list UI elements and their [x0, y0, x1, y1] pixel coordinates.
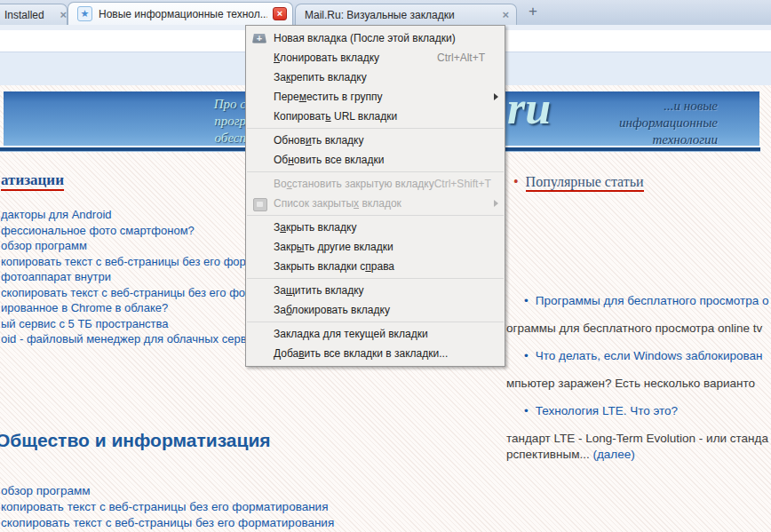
- closed-tabs-icon: [250, 196, 269, 211]
- tab-active-main[interactable]: ★ Новые информационные технол... ×: [68, 2, 293, 25]
- popular-article-item: •Что делать, если Windows заблокирован: [506, 348, 771, 364]
- article-link[interactable]: ированное в Chrome в облаке?: [1, 301, 168, 314]
- list-item: обзор программ: [1, 483, 334, 499]
- article-snippet: ограммы для бесплатного просмотра online…: [506, 321, 771, 337]
- article-link[interactable]: oid - файловый менеджер для облачных сер…: [1, 332, 258, 345]
- submenu-arrow-icon: [494, 200, 498, 207]
- menu-item[interactable]: Защитить вкладку: [246, 281, 505, 300]
- menu-item[interactable]: Закрыть вкладку: [246, 218, 505, 237]
- menu-item-label: Новая вкладка (После этой вкладки): [274, 32, 456, 44]
- menu-icon-gutter: [250, 283, 269, 298]
- close-icon[interactable]: ×: [502, 8, 509, 21]
- popular-articles-column: •Популярные статьи •Программы для беспла…: [506, 174, 771, 190]
- menu-item[interactable]: Обновить вкладку: [246, 131, 505, 150]
- menu-item-label: Закрепить вкладку: [274, 71, 367, 83]
- menu-item-label: Закладка для текущей вкладки: [274, 328, 428, 340]
- article-link[interactable]: Что делать, если Windows заблокирован: [536, 349, 763, 362]
- article-link[interactable]: фессиональное фото смартфоном?: [1, 224, 195, 237]
- popular-article-item: •Технология LTE. Что это?: [506, 403, 771, 419]
- tab-strip: Installed × ★ Новые информационные техно…: [0, 0, 771, 25]
- article-link[interactable]: скопировать текст с веб-страницы без его…: [1, 516, 334, 529]
- menu-icon-gutter: [250, 70, 269, 85]
- menu-icon-gutter: [250, 240, 269, 255]
- tab-installed[interactable]: Installed ×: [0, 4, 68, 25]
- menu-item[interactable]: Заблокировать вкладку: [246, 300, 505, 320]
- article-link[interactable]: дакторы для Android: [1, 208, 112, 221]
- menu-item-label: Обновить вкладку: [274, 134, 364, 147]
- menu-item[interactable]: Закладка для текущей вкладки: [246, 324, 505, 344]
- menu-item[interactable]: Добавить все вкладки в закладки...: [246, 344, 505, 363]
- menu-item-label: Добавить все вкладки в закладки...: [274, 347, 448, 360]
- article-snippet: мпьютер заражен? Есть несколько варианто: [506, 376, 771, 392]
- menu-icon-gutter: [250, 153, 269, 168]
- close-icon[interactable]: ×: [273, 7, 287, 20]
- menu-item-label: Защитить вкладку: [274, 284, 364, 297]
- close-icon[interactable]: ×: [60, 8, 67, 21]
- popular-articles-entries: •Программы для бесплатного просмотра оог…: [506, 293, 771, 474]
- menu-icon-gutter: [250, 90, 269, 105]
- menu-item-label: Восстановить закрытую вкладку: [274, 178, 434, 190]
- menu-item-label: Список закрытых вкладок: [274, 197, 401, 210]
- article-link[interactable]: Технология LTE. Что это?: [536, 404, 678, 417]
- menu-icon-gutter: [250, 346, 269, 361]
- submenu-arrow-icon: [494, 93, 498, 100]
- article-link[interactable]: скопировать текст с веб-страницы без его…: [1, 286, 259, 299]
- menu-icon-gutter: [250, 327, 269, 342]
- banner-right-text: ...и новые информационные технологии: [533, 98, 718, 148]
- article-link-list: обзор программкопировать текст с веб-стр…: [1, 483, 334, 531]
- menu-icon-gutter: [250, 109, 269, 124]
- new-tab-icon: [250, 31, 269, 46]
- menu-item-label: Обновить все вкладки: [274, 154, 384, 166]
- menu-item[interactable]: Закрепить вкладку: [246, 67, 505, 87]
- article-link[interactable]: ый сервис с 5 ТБ пространства: [1, 317, 169, 330]
- snippet-line: тандарт LTE - Long-Term Evolution - или …: [506, 431, 771, 447]
- menu-item[interactable]: Новая вкладка (После этой вкладки): [246, 28, 505, 48]
- menu-separator: [247, 215, 504, 216]
- section-heading: Общество и информатизация: [0, 430, 271, 451]
- tab-title: Новые информационные технол...: [99, 8, 267, 20]
- article-link[interactable]: обзор программ: [1, 239, 87, 252]
- snippet-line: рспективным... (далее): [506, 447, 771, 463]
- article-snippet: тандарт LTE - Long-Term Evolution - или …: [506, 431, 771, 463]
- menu-icon-gutter: [250, 177, 269, 192]
- menu-item[interactable]: Закрыть другие вкладки: [246, 237, 505, 257]
- section-heading: атизации: [1, 171, 64, 189]
- article-link[interactable]: копировать текст с веб-страницы без его …: [1, 500, 328, 513]
- menu-separator: [247, 171, 504, 172]
- popular-articles-heading: •Популярные статьи: [506, 174, 771, 190]
- menu-item-label: Переместить в группу: [274, 91, 382, 103]
- list-item: скопировать текст с веб-страницы без его…: [1, 515, 334, 531]
- menu-separator: [247, 278, 504, 279]
- article-link[interactable]: обзор программ: [1, 484, 91, 497]
- popular-articles-link[interactable]: Популярные статьи: [526, 174, 644, 192]
- menu-icon-gutter: [250, 133, 269, 148]
- menu-item-label: Закрыть вкладки справа: [274, 260, 394, 273]
- article-link[interactable]: копировать текст с веб-страницы без его …: [1, 255, 260, 268]
- menu-separator: [247, 128, 504, 129]
- menu-item[interactable]: Переместить в группу: [246, 87, 505, 107]
- tab-mailru[interactable]: Mail.Ru: Визуальные закладки ×: [295, 4, 517, 25]
- article-link[interactable]: фотоаппарат внутри: [1, 270, 111, 283]
- menu-icon-gutter: [250, 303, 269, 318]
- banner-left-text: Про с прогр обесп: [0, 96, 246, 147]
- bullet-icon: •: [524, 349, 529, 362]
- new-tab-button[interactable]: +: [523, 4, 543, 20]
- menu-item: Восстановить закрытую вкладкуCtrl+Shift+…: [246, 174, 505, 194]
- menu-item: Список закрытых вкладок: [246, 194, 505, 213]
- menu-item-label: Копировать URL вкладки: [274, 110, 397, 123]
- menu-item-label: Закрыть другие вкладки: [274, 241, 393, 253]
- menu-item-label: Клонировать вкладку: [274, 52, 379, 64]
- menu-item[interactable]: Копировать URL вкладки: [246, 107, 505, 126]
- menu-icon-gutter: [250, 259, 269, 274]
- tab-title: Installed: [4, 9, 54, 21]
- browser-window: Installed × ★ Новые информационные техно…: [0, 0, 771, 532]
- menu-item[interactable]: Обновить все вкладки: [246, 150, 505, 170]
- menu-item[interactable]: Клонировать вкладкуCtrl+Alt+T: [246, 48, 505, 67]
- tab-title: Mail.Ru: Визуальные закладки: [305, 9, 497, 21]
- menu-item[interactable]: Закрыть вкладки справа: [246, 257, 505, 276]
- read-more-link[interactable]: (далее): [592, 448, 634, 461]
- article-link[interactable]: Программы для бесплатного просмотра о: [536, 294, 769, 307]
- menu-item-label: Закрыть вкладку: [274, 221, 356, 234]
- menu-icon-gutter: [250, 51, 269, 66]
- tab-context-menu: Новая вкладка (После этой вкладки)Клонир…: [245, 25, 505, 367]
